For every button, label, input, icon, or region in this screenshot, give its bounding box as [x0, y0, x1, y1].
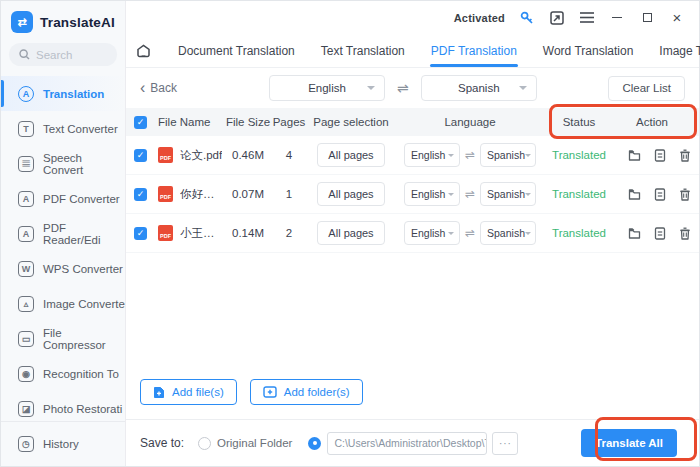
tab-bar: Document Translation Text Translation PD… [126, 34, 699, 68]
add-files-button[interactable]: Add file(s) [140, 379, 237, 405]
preview-document-icon[interactable] [654, 149, 666, 162]
original-folder-radio[interactable] [198, 437, 211, 450]
header-action: Action [613, 116, 691, 128]
save-to-label: Save to: [140, 436, 184, 450]
add-folders-button[interactable]: Add folder(s) [250, 379, 363, 405]
photo-restoration-icon: ◪ [18, 401, 34, 417]
app-title: TranslateAI [40, 15, 115, 30]
activated-label: Activated [454, 12, 505, 24]
source-language-select[interactable]: English [269, 75, 385, 101]
close-icon[interactable]: × [669, 10, 685, 26]
file-compressor-icon: ▭ [18, 331, 34, 347]
sidebar-item[interactable]: 𝄙 Speech Convert [1, 146, 125, 181]
back-label: Back [150, 81, 177, 95]
page-count: 4 [271, 149, 307, 161]
sidebar-item[interactable]: ◉ Recognition To [1, 356, 125, 391]
sidebar-menu: A Translation T Text Converter 𝄙 Speech … [1, 76, 125, 417]
minimize-to-tray-icon[interactable] [549, 10, 565, 26]
speech-converter-icon: 𝄙 [18, 156, 34, 172]
page-selection-button[interactable]: All pages [317, 182, 384, 206]
target-language-select[interactable]: Spanish [421, 75, 537, 101]
save-path-input[interactable]: C:\Users\Administrator\Desktop\Tran... [327, 432, 487, 455]
main-area: Activated × Document Translation [126, 1, 699, 466]
chevron-down-icon [525, 154, 531, 157]
sidebar-item-label: File Compressor [43, 327, 125, 351]
sidebar-item[interactable]: A PDF Reader/Edi [1, 216, 125, 251]
sidebar: ⇄ TranslateAI Search A Translation T Tex… [1, 1, 126, 466]
status-badge: Translated [545, 149, 613, 161]
license-key-icon[interactable] [519, 10, 535, 26]
sidebar-item[interactable]: A Translation [1, 76, 125, 111]
bottom-bar: Save to: Original Folder C:\Users\Admini… [126, 419, 699, 466]
page-selection-button[interactable]: All pages [317, 221, 384, 245]
sidebar-item-label: Image Converte [43, 298, 125, 310]
row-checkbox[interactable]: ✓ [134, 188, 147, 201]
home-icon[interactable] [136, 44, 151, 58]
row-swap-languages-icon[interactable]: ⇌ [465, 187, 475, 201]
maximize-icon[interactable] [639, 10, 655, 26]
file-name: 你好，忧愁.pdf [180, 187, 225, 202]
row-source-language-select[interactable]: English [404, 182, 460, 206]
pdf-file-icon: PDF [158, 186, 173, 202]
translation-icon: A [18, 86, 34, 102]
sidebar-item[interactable]: W WPS Converter [1, 251, 125, 286]
row-swap-languages-icon[interactable]: ⇌ [465, 226, 475, 240]
page-count: 1 [271, 188, 307, 200]
list-toolbar: ‹ Back English ⇌ Spanish Clear List [126, 68, 699, 108]
global-language-zone: English ⇌ Spanish [269, 75, 537, 101]
row-source-language-select[interactable]: English [404, 143, 460, 167]
sidebar-item[interactable]: ◪ Photo Restorati [1, 391, 125, 417]
sidebar-item[interactable]: ▭ File Compressor [1, 321, 125, 356]
clear-list-button[interactable]: Clear List [608, 76, 685, 101]
table-row: ✓ PDF 小王子 英文版.pdf 0.14M 2 All pages Engl… [126, 214, 699, 253]
preview-document-icon[interactable] [654, 188, 666, 201]
file-size: 0.07M [225, 188, 271, 200]
sidebar-item-label: Speech Convert [43, 152, 125, 176]
row-checkbox[interactable]: ✓ [134, 227, 147, 240]
search-input[interactable]: Search [9, 43, 117, 66]
chevron-down-icon [448, 232, 454, 235]
row-target-language-select[interactable]: Spanish [480, 182, 536, 206]
tab[interactable]: Text Translation [308, 34, 418, 67]
row-swap-languages-icon[interactable]: ⇌ [465, 148, 475, 162]
custom-folder-radio[interactable] [308, 437, 321, 450]
translate-all-button[interactable]: Translate All [581, 429, 677, 457]
swap-languages-icon[interactable]: ⇌ [397, 80, 409, 96]
header-page-selection: Page selection [307, 116, 395, 128]
open-folder-icon[interactable] [628, 149, 641, 162]
row-target-language-select[interactable]: Spanish [480, 143, 536, 167]
delete-trash-icon[interactable] [679, 149, 691, 162]
tab[interactable]: Word Translation [530, 34, 647, 67]
chevron-down-icon [519, 86, 527, 90]
select-all-checkbox[interactable]: ✓ [134, 116, 147, 129]
back-button[interactable]: ‹ Back [140, 80, 177, 96]
row-checkbox[interactable]: ✓ [134, 149, 147, 162]
menu-icon[interactable] [579, 10, 595, 26]
preview-document-icon[interactable] [654, 227, 666, 240]
sidebar-item[interactable]: T Text Converter [1, 111, 125, 146]
pdf-reader-icon: A [18, 226, 34, 242]
sidebar-item[interactable]: A PDF Converter [1, 181, 125, 216]
row-target-language-select[interactable]: Spanish [480, 221, 536, 245]
tab-strip: Document Translation Text Translation PD… [165, 34, 700, 67]
browse-folder-button[interactable]: ··· [492, 432, 518, 455]
row-source-language-select[interactable]: English [404, 221, 460, 245]
file-name: 小王子 英文版.pdf [180, 226, 225, 241]
sidebar-item-history[interactable]: ◷ History [1, 422, 125, 466]
minimize-icon[interactable] [609, 10, 625, 26]
file-name: 论文.pdf [180, 148, 222, 163]
tab[interactable]: Document Translation [165, 34, 308, 67]
file-size: 0.46M [225, 149, 271, 161]
page-selection-button[interactable]: All pages [317, 143, 384, 167]
open-folder-icon[interactable] [628, 227, 641, 240]
chevron-down-icon [448, 193, 454, 196]
open-folder-icon[interactable] [628, 188, 641, 201]
tab[interactable]: PDF Translation [418, 34, 530, 67]
logo-row: ⇄ TranslateAI [1, 1, 125, 41]
delete-trash-icon[interactable] [679, 188, 691, 201]
tab[interactable]: Image Translat [646, 34, 700, 67]
delete-trash-icon[interactable] [679, 227, 691, 240]
wps-converter-icon: W [18, 261, 34, 277]
recognition-icon: ◉ [18, 366, 34, 382]
sidebar-item[interactable]: ▵ Image Converte [1, 286, 125, 321]
